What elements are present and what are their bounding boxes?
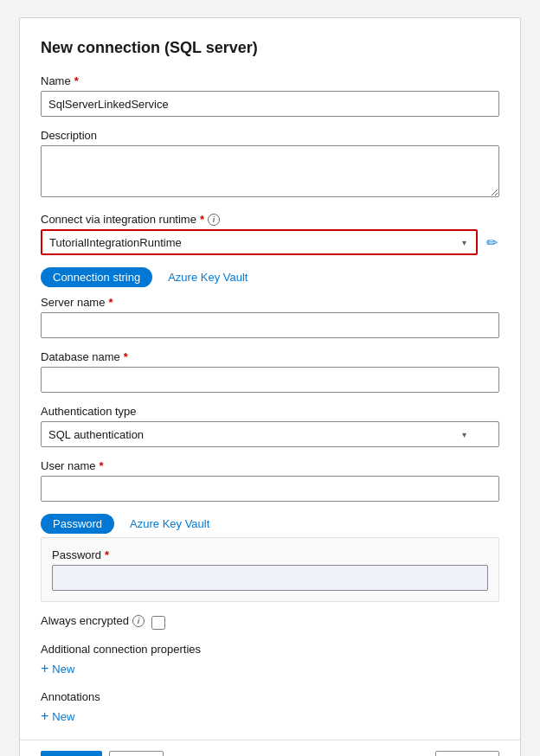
connect-via-wrapper: TutorialIntegrationRuntime ▾ ✏ xyxy=(41,229,499,255)
server-name-field-group: Server name * xyxy=(41,296,499,338)
connect-via-info-icon[interactable]: i xyxy=(208,214,220,226)
server-name-required: * xyxy=(108,296,112,309)
connection-type-tabs: Connection string Azure Key Vault xyxy=(41,267,499,287)
password-input[interactable] xyxy=(52,565,488,591)
footer: Create Back ✓ Connection successful ✏ Te… xyxy=(41,740,499,756)
back-button[interactable]: Back xyxy=(109,751,164,756)
auth-type-label: Authentication type xyxy=(41,405,499,418)
always-encrypted-row: Always encrypted i xyxy=(41,614,499,631)
auth-type-select[interactable]: SQL authentication xyxy=(41,421,499,447)
database-name-label: Database name * xyxy=(41,350,499,363)
name-field-group: Name * xyxy=(41,74,499,117)
azure-key-vault-tab[interactable]: Azure Key Vault xyxy=(156,267,260,287)
password-tab[interactable]: Password xyxy=(41,514,114,534)
name-label: Name * xyxy=(41,74,499,87)
database-name-required: * xyxy=(124,350,128,363)
always-encrypted-info-icon[interactable]: i xyxy=(132,615,145,627)
connect-via-required: * xyxy=(200,213,204,226)
database-name-field-group: Database name * xyxy=(41,350,499,393)
name-input[interactable] xyxy=(41,91,499,117)
create-button[interactable]: Create xyxy=(41,751,102,756)
annotations-label: Annotations xyxy=(41,690,499,703)
cancel-button[interactable]: Cancel xyxy=(435,751,499,756)
pencil-icon: ✏ xyxy=(486,234,498,251)
additional-props-group: Additional connection properties + New xyxy=(41,643,499,678)
server-name-input[interactable] xyxy=(41,312,499,338)
add-connection-property-label: New xyxy=(52,663,74,676)
description-label: Description xyxy=(41,129,499,142)
annotations-group: Annotations + New xyxy=(41,690,499,726)
panel-title: New connection (SQL server) xyxy=(41,39,499,57)
password-label: Password * xyxy=(52,548,488,561)
password-required: * xyxy=(105,548,109,561)
database-name-input[interactable] xyxy=(41,367,499,393)
connect-via-field-group: Connect via integration runtime * i Tuto… xyxy=(41,213,499,255)
connect-via-label: Connect via integration runtime * i xyxy=(41,213,499,226)
connect-via-select[interactable]: TutorialIntegrationRuntime xyxy=(41,229,478,255)
user-name-input[interactable] xyxy=(41,476,499,502)
add-annotation-label: New xyxy=(52,710,74,723)
auth-type-wrapper: SQL authentication ▾ xyxy=(41,421,499,447)
additional-props-label: Additional connection properties xyxy=(41,643,499,656)
description-input[interactable] xyxy=(41,145,499,197)
footer-right: ✓ Connection successful ✏ Test connectio… xyxy=(196,751,499,756)
password-section: Password * xyxy=(41,537,499,602)
connect-via-edit-button[interactable]: ✏ xyxy=(485,233,499,253)
password-section-group: Password Azure Key Vault Password * xyxy=(41,514,499,602)
server-name-label: Server name * xyxy=(41,296,499,309)
name-required: * xyxy=(74,74,79,87)
footer-left: Create Back xyxy=(41,751,164,756)
always-encrypted-label: Always encrypted i xyxy=(41,614,145,627)
user-name-label: User name * xyxy=(41,459,499,472)
add-connection-property-button[interactable]: + New xyxy=(41,659,74,678)
description-field-group: Description xyxy=(41,129,499,201)
add-annotation-button[interactable]: + New xyxy=(41,707,74,726)
connection-string-tab[interactable]: Connection string xyxy=(41,267,152,287)
new-connection-panel: New connection (SQL server) Name * Descr… xyxy=(19,17,521,756)
auth-type-field-group: Authentication type SQL authentication ▾ xyxy=(41,405,499,447)
password-tabs: Password Azure Key Vault xyxy=(41,514,499,534)
user-name-field-group: User name * xyxy=(41,459,499,502)
add-annotation-icon: + xyxy=(41,708,48,724)
add-connection-property-icon: + xyxy=(41,661,48,676)
user-name-required: * xyxy=(100,459,104,472)
always-encrypted-checkbox[interactable] xyxy=(151,616,165,630)
azure-key-vault-tab2[interactable]: Azure Key Vault xyxy=(118,514,222,534)
